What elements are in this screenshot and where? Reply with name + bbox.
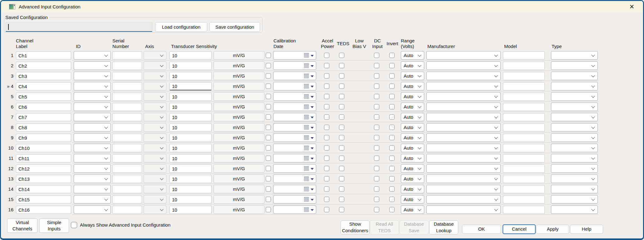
teds-checkbox[interactable] bbox=[339, 73, 344, 79]
id-dropdown[interactable] bbox=[74, 144, 111, 152]
model-input[interactable] bbox=[503, 185, 545, 193]
teds-checkbox[interactable] bbox=[339, 197, 344, 202]
dc-input-checkbox[interactable] bbox=[374, 84, 379, 89]
model-input[interactable] bbox=[503, 51, 545, 60]
model-input[interactable] bbox=[503, 93, 545, 101]
serial-number-input[interactable] bbox=[112, 62, 142, 70]
model-input[interactable] bbox=[503, 195, 545, 204]
transducer-sensitivity-input[interactable] bbox=[170, 82, 212, 90]
type-dropdown[interactable] bbox=[551, 72, 598, 80]
range-volts-dropdown[interactable]: Auto bbox=[401, 92, 424, 101]
type-dropdown[interactable] bbox=[551, 61, 598, 70]
axis-dropdown[interactable] bbox=[144, 205, 166, 214]
dc-input-checkbox[interactable] bbox=[374, 145, 379, 151]
teds-checkbox[interactable] bbox=[339, 84, 344, 89]
channel-label-input[interactable] bbox=[16, 123, 71, 132]
show-conditioners-button[interactable]: Show Conditioners bbox=[341, 220, 370, 234]
accel-power-checkbox[interactable] bbox=[324, 197, 329, 202]
teds-checkbox[interactable] bbox=[339, 166, 344, 171]
ok-button[interactable]: OK bbox=[462, 225, 501, 234]
range-volts-dropdown[interactable]: Auto bbox=[401, 144, 424, 152]
transducer-sensitivity-input[interactable] bbox=[170, 195, 212, 204]
invert-checkbox[interactable] bbox=[389, 104, 395, 109]
serial-number-input[interactable] bbox=[112, 93, 142, 101]
axis-dropdown[interactable] bbox=[144, 144, 166, 152]
type-dropdown[interactable] bbox=[551, 175, 598, 183]
axis-dropdown[interactable] bbox=[144, 123, 166, 132]
teds-checkbox[interactable] bbox=[339, 125, 344, 130]
type-dropdown[interactable] bbox=[551, 103, 598, 111]
invert-checkbox[interactable] bbox=[389, 73, 395, 79]
transducer-sensitivity-input[interactable] bbox=[170, 113, 212, 121]
teds-checkbox[interactable] bbox=[339, 207, 344, 212]
channel-label-input[interactable] bbox=[16, 72, 71, 80]
range-volts-dropdown[interactable]: Auto bbox=[401, 164, 424, 173]
transducer-sensitivity-input[interactable] bbox=[170, 165, 212, 173]
calibration-date-checkbox[interactable] bbox=[266, 186, 271, 192]
accel-power-checkbox[interactable] bbox=[324, 186, 329, 192]
sensitivity-units-button[interactable]: mV/G bbox=[214, 133, 264, 142]
database-lookup-button[interactable]: Database Lookup bbox=[429, 220, 458, 234]
axis-dropdown[interactable] bbox=[144, 154, 166, 162]
calibration-date-picker[interactable] bbox=[273, 144, 316, 152]
calibration-date-picker[interactable] bbox=[273, 61, 316, 70]
invert-checkbox[interactable] bbox=[389, 125, 395, 130]
transducer-sensitivity-input[interactable] bbox=[170, 144, 212, 152]
calibration-date-picker[interactable] bbox=[273, 154, 316, 162]
axis-dropdown[interactable] bbox=[144, 164, 166, 173]
dc-input-checkbox[interactable] bbox=[374, 73, 379, 79]
invert-checkbox[interactable] bbox=[389, 197, 395, 202]
manufacturer-dropdown[interactable] bbox=[426, 154, 501, 162]
model-input[interactable] bbox=[503, 154, 545, 162]
id-dropdown[interactable] bbox=[74, 164, 111, 173]
invert-checkbox[interactable] bbox=[389, 156, 395, 161]
always-show-checkbox[interactable] bbox=[71, 222, 77, 228]
invert-checkbox[interactable] bbox=[389, 63, 395, 68]
calibration-date-picker[interactable] bbox=[273, 123, 316, 132]
axis-dropdown[interactable] bbox=[144, 82, 166, 90]
axis-dropdown[interactable] bbox=[144, 72, 166, 80]
axis-dropdown[interactable] bbox=[144, 92, 166, 101]
range-volts-dropdown[interactable]: Auto bbox=[401, 103, 424, 111]
accel-power-checkbox[interactable] bbox=[324, 125, 329, 130]
transducer-sensitivity-input[interactable] bbox=[170, 123, 212, 132]
id-dropdown[interactable] bbox=[74, 72, 111, 80]
teds-checkbox[interactable] bbox=[339, 94, 344, 99]
range-volts-dropdown[interactable]: Auto bbox=[401, 154, 424, 162]
manufacturer-dropdown[interactable] bbox=[426, 82, 501, 90]
dc-input-checkbox[interactable] bbox=[374, 104, 379, 109]
model-input[interactable] bbox=[503, 134, 545, 142]
id-dropdown[interactable] bbox=[74, 103, 111, 111]
dc-input-checkbox[interactable] bbox=[374, 186, 379, 192]
type-dropdown[interactable] bbox=[551, 154, 598, 162]
serial-number-input[interactable] bbox=[112, 82, 142, 90]
dc-input-checkbox[interactable] bbox=[374, 156, 379, 161]
channel-label-input[interactable] bbox=[16, 113, 71, 121]
axis-dropdown[interactable] bbox=[144, 51, 166, 60]
teds-checkbox[interactable] bbox=[339, 104, 344, 109]
model-input[interactable] bbox=[503, 103, 545, 111]
calibration-date-picker[interactable] bbox=[273, 195, 316, 204]
channel-label-input[interactable] bbox=[16, 165, 71, 173]
manufacturer-dropdown[interactable] bbox=[426, 72, 501, 80]
axis-dropdown[interactable] bbox=[144, 195, 166, 204]
cancel-button[interactable]: Cancel bbox=[503, 224, 536, 234]
virtual-channels-button[interactable]: Virtual Channels bbox=[7, 218, 37, 233]
calibration-date-checkbox[interactable] bbox=[266, 94, 271, 99]
range-volts-dropdown[interactable]: Auto bbox=[401, 205, 424, 214]
manufacturer-dropdown[interactable] bbox=[426, 205, 501, 214]
channel-label-input[interactable] bbox=[16, 206, 71, 214]
calibration-date-picker[interactable] bbox=[273, 133, 316, 142]
invert-checkbox[interactable] bbox=[389, 53, 395, 58]
manufacturer-dropdown[interactable] bbox=[426, 144, 501, 152]
dc-input-checkbox[interactable] bbox=[374, 135, 379, 140]
database-save-button[interactable]: Database Save bbox=[399, 220, 429, 234]
serial-number-input[interactable] bbox=[112, 123, 142, 132]
accel-power-checkbox[interactable] bbox=[324, 156, 329, 161]
sensitivity-units-button[interactable]: mV/G bbox=[214, 205, 264, 214]
type-dropdown[interactable] bbox=[551, 205, 598, 214]
dc-input-checkbox[interactable] bbox=[374, 207, 379, 212]
invert-checkbox[interactable] bbox=[389, 114, 395, 120]
transducer-sensitivity-input[interactable] bbox=[170, 62, 212, 70]
help-button[interactable]: Help bbox=[570, 225, 603, 234]
